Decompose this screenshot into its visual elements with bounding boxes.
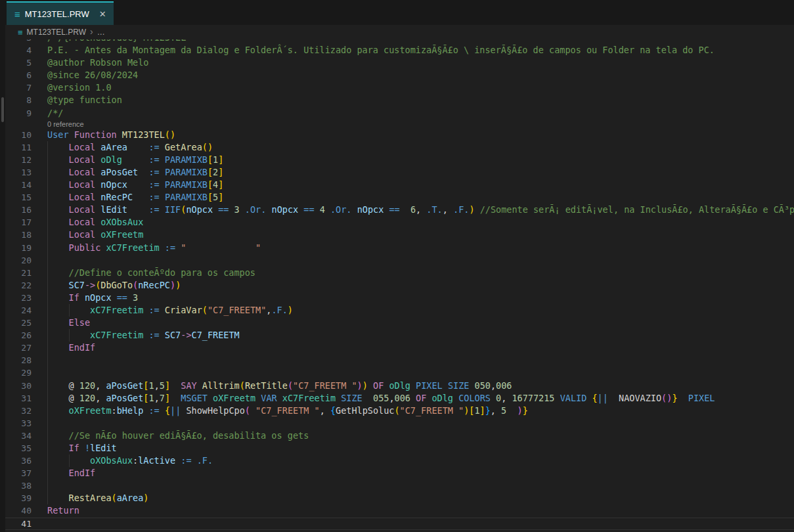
token-bl: == [303, 204, 314, 215]
indent-guide [47, 279, 48, 292]
token-cm: //Se nÃ£o houver ediÃ§Ã£o, desabilita os… [69, 430, 309, 441]
code-line[interactable]: 33 [0, 417, 794, 430]
token-num: 5 [160, 380, 165, 391]
token-kw: Function [74, 129, 117, 140]
code-line[interactable]: 34 //Se nÃ£o houver ediÃ§Ã£o, desabilita… [0, 430, 794, 442]
code-line[interactable]: 38 [0, 479, 794, 492]
token-wh: ShowHelpCpo [186, 405, 244, 416]
token-var: aPosGet [100, 167, 138, 177]
code-line[interactable]: 28 [0, 354, 794, 366]
close-icon[interactable]: ✕ [99, 10, 106, 18]
code-line[interactable]: 27 EndIf [0, 342, 794, 354]
token-wh [122, 154, 149, 165]
code-line[interactable]: 4P.E. - Antes da Montagem da Dialog e Fo… [0, 44, 794, 56]
code-line[interactable]: 6@since 26/08/2024 [0, 69, 794, 81]
left-rail-scroll-thumb[interactable] [1, 97, 4, 122]
token-bl: .F. [197, 455, 213, 466]
token-wh [138, 167, 148, 177]
token-kw: Local [69, 229, 96, 240]
token-bl: .F. [453, 204, 469, 215]
code-text: If !lEdit [47, 442, 794, 454]
breadcrumb-item-symbol[interactable]: … [97, 28, 105, 37]
code-line[interactable]: 12 Local oDlg := PARAMIXB[1] [0, 154, 794, 166]
token-bl: == [218, 204, 229, 215]
code-line[interactable]: 11 Local aArea := GetArea() [0, 141, 794, 154]
code-line[interactable]: 8@type function [0, 94, 794, 106]
code-line[interactable]: 9/*/ [0, 107, 794, 120]
code-line[interactable]: 14 Local nOpcx := PARAMIXB[4] [0, 179, 794, 191]
code-line[interactable]: 23 If nOpcx == 3 [0, 292, 794, 304]
token-wh [160, 192, 165, 202]
token-kw: Local [69, 192, 96, 202]
token-wh [208, 393, 213, 403]
indent-guide [47, 154, 48, 166]
token-wh: , [389, 393, 394, 403]
token-str: " " [181, 242, 261, 253]
code-line[interactable]: 26 xC7Freetim := SC7->C7_FREETM [0, 329, 794, 342]
token-b1: [ [208, 192, 213, 202]
token-num: 0 [496, 393, 501, 403]
code-text: @ 120, aPosGet[1,7] MSGET oXFreetm VAR x… [47, 392, 794, 405]
token-wh [491, 393, 496, 403]
code-line[interactable]: 30 @ 120, aPosGet[1,5] SAY Alltrim(RetTi… [0, 380, 794, 392]
codelens-references[interactable]: 0 reference [47, 120, 794, 129]
code-line[interactable]: 3/*/{Protheus.doc} MT123TEL [0, 39, 794, 44]
token-var: bHelp [117, 405, 144, 416]
token-bl: := [148, 192, 159, 202]
token-b1: [ [208, 167, 213, 177]
code-line[interactable]: 5@author Robson Melo [0, 56, 794, 69]
code-text: Local nOpcx := PARAMIXB[4] [47, 179, 794, 191]
code-line[interactable]: 19 Public xC7Freetim := " " [0, 242, 794, 254]
token-wh [79, 443, 85, 453]
code-line[interactable]: 7@version 1.0 [0, 81, 794, 94]
token-wh [47, 217, 69, 227]
indent-guide [47, 191, 48, 204]
token-var: aArea [117, 493, 144, 503]
code-text: Local oDlg := PARAMIXB[1] [47, 154, 794, 166]
code-text: If nOpcx == 3 [47, 292, 794, 304]
code-line[interactable]: 37 EndIf [0, 467, 794, 479]
breadcrumb-item-file[interactable]: MT123TEL.PRW [27, 28, 86, 37]
code-line[interactable]: 40Return [0, 504, 794, 517]
token-wh [160, 179, 165, 190]
code-editor[interactable]: 3/*/{Protheus.doc} MT123TEL4P.E. - Antes… [0, 39, 794, 532]
code-line[interactable]: 32 oXFreetm:bHelp := {|| ShowHelpCpo( "C… [0, 405, 794, 417]
code-line[interactable]: 18 Local oXFreetm [0, 229, 794, 241]
token-num: 7 [160, 393, 165, 403]
indent-guide [47, 342, 48, 354]
code-line[interactable]: 25 Else [0, 317, 794, 329]
code-line[interactable]: 24 xC7Freetim := CriaVar("C7_FREETM",.F.… [0, 304, 794, 317]
code-text: Return [47, 504, 794, 517]
code-line[interactable]: 13 Local aPosGet := PARAMIXB[2] [0, 166, 794, 179]
token-fn: Alltrim [202, 380, 240, 391]
code-line[interactable]: 21 //Define o conteÃºdo para os campos [0, 267, 794, 279]
code-line[interactable]: 39 RestArea(aArea) [0, 492, 794, 504]
code-line[interactable]: 16 Local lEdit := IIF(nOpcx == 3 .Or. nO… [0, 204, 794, 216]
tab-mt123tel[interactable]: ≡ MT123TEL.PRW ✕ [7, 1, 114, 25]
code-line[interactable]: 20 [0, 254, 794, 267]
code-line[interactable]: 15 Local nRecPC := PARAMIXB[5] [0, 191, 794, 204]
code-line[interactable]: 36 oXObsAux:lActive := .F. [0, 454, 794, 467]
token-kw: Local [69, 179, 96, 190]
code-line[interactable]: 31 @ 120, aPosGet[1,7] MSGET oXFreetm VA… [0, 392, 794, 405]
token-var: nOpcx [186, 204, 213, 215]
code-line-current[interactable]: 41 [0, 518, 794, 530]
token-wh: NAOVAZIO [619, 393, 661, 403]
code-line[interactable]: 35 If !lEdit [0, 442, 794, 454]
token-kw: Local [69, 167, 96, 177]
token-wh: , [501, 393, 512, 403]
code-line[interactable]: 29 [0, 366, 794, 379]
indent-guide [47, 392, 48, 405]
token-num: 006 [496, 380, 512, 391]
token-wh [315, 204, 320, 215]
token-kw: SAY [181, 380, 196, 391]
code-line[interactable]: 17 Local oXObsAux [0, 216, 794, 229]
code-line[interactable]: 10User Function MT123TEL() [0, 129, 794, 141]
token-bl: VAR [261, 393, 276, 403]
indent-guide [47, 254, 48, 267]
token-num: 5 [213, 192, 218, 202]
code-line[interactable]: 22 SC7->(DbGoTo(nRecPC)) [0, 279, 794, 292]
token-bl: || [598, 393, 608, 403]
token-wh: GetHlpSoluc [336, 405, 394, 416]
token-kw: Public [69, 242, 101, 253]
